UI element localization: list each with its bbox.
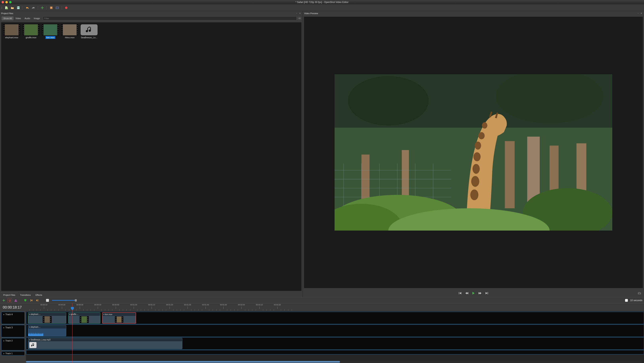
file-item[interactable]: giraffe.mov <box>22 24 40 39</box>
close-window-button[interactable] <box>2 1 4 4</box>
track-lane-2[interactable]: ▾SeaBreeze_Loop.mp3 <box>26 337 644 350</box>
timeline-ruler[interactable]: 00:00:1000:00:2000:00:3000:00:4000:00:50… <box>26 303 644 311</box>
redo-button[interactable] <box>31 6 36 10</box>
video-thumb <box>61 24 78 35</box>
track-lane-1[interactable] <box>26 350 644 354</box>
svg-rect-3 <box>17 8 19 9</box>
file-grid: elephant.movgiraffe.movlion.movrhino.mov… <box>1 22 302 291</box>
clip-giraffe[interactable]: ▾giraffe.... <box>68 312 100 324</box>
track-header-4[interactable]: ▸Track 4 <box>1 312 25 324</box>
svg-rect-5 <box>50 7 52 8</box>
svg-point-22 <box>471 176 479 187</box>
prev-marker-button[interactable] <box>29 298 34 302</box>
snap-button[interactable] <box>8 298 12 302</box>
snapshot-button[interactable] <box>638 292 641 294</box>
track-headers: 00:00:18:17 ▸Track 4 ▸Track 3 ▸Track 2 ▸… <box>0 303 26 363</box>
svg-rect-7 <box>56 7 59 9</box>
close-panel-button[interactable]: ✕ <box>299 12 302 15</box>
rewind-button[interactable] <box>465 292 468 294</box>
tab-transitions[interactable]: Transitions <box>18 293 33 297</box>
svg-point-21 <box>473 164 480 174</box>
clip-lion[interactable]: ▾lion.mov <box>102 312 136 324</box>
video-thumb <box>3 24 20 35</box>
profiles-button[interactable] <box>49 6 54 10</box>
clip-label: elephant.... <box>30 313 40 315</box>
svg-point-24 <box>482 122 488 129</box>
undo-button[interactable] <box>25 6 30 10</box>
track-lane-4[interactable]: ▾elephant.... ▾giraffe.... ▾lion.mov <box>26 312 644 324</box>
fullscreen-button[interactable] <box>55 6 60 10</box>
time-display: 00:00:18:17 <box>0 303 26 311</box>
tab-effects[interactable]: Effects <box>33 293 44 297</box>
file-item[interactable]: rhino.mov <box>61 24 78 39</box>
svg-point-8 <box>65 6 68 9</box>
timeline-scrollbar[interactable] <box>26 360 642 363</box>
playhead[interactable] <box>72 303 72 363</box>
clip-label: SeaBreeze_Loop.mp3 <box>30 339 50 341</box>
video-preview-title: Video Preview <box>304 12 318 14</box>
tab-project-files[interactable]: Project Files <box>1 292 18 297</box>
zoom-handle[interactable] <box>75 299 77 302</box>
file-label: lion.mov <box>46 36 55 39</box>
svg-point-20 <box>474 152 480 161</box>
file-item[interactable]: SeaBreeze_Lo... <box>80 24 98 39</box>
timeline-toolbar: 10 seconds <box>0 298 644 303</box>
playback-controls <box>303 289 644 297</box>
zoom-slider[interactable] <box>52 300 76 301</box>
jump-end-button[interactable] <box>485 292 488 294</box>
minimize-window-button[interactable] <box>6 1 8 4</box>
svg-point-31 <box>639 293 640 294</box>
razor-button[interactable] <box>14 298 18 302</box>
svg-rect-32 <box>638 292 640 292</box>
file-item[interactable]: lion.mov <box>42 24 59 39</box>
add-track-button[interactable] <box>2 298 6 302</box>
svg-point-11 <box>348 76 428 126</box>
filter-audio[interactable]: Audio <box>23 16 32 20</box>
file-label: elephant.mov <box>4 36 19 39</box>
left-tabs: Project Files Transitions Effects <box>0 292 303 297</box>
window-title: * Safari [HD 720p 30 fps] - OpenShot Vid… <box>296 1 348 4</box>
main-toolbar <box>0 4 644 11</box>
center-playhead-button[interactable] <box>46 299 49 302</box>
track-header-2[interactable]: ▸Track 2 <box>1 338 25 350</box>
preview-frame <box>334 74 612 230</box>
svg-point-23 <box>470 190 478 200</box>
filter-video[interactable]: Video <box>14 16 23 20</box>
video-preview-header: Video Preview ▫ ✕ <box>303 11 644 16</box>
tracks-area[interactable]: 00:00:1000:00:2000:00:3000:00:4000:00:50… <box>26 303 644 363</box>
video-thumb <box>22 24 40 35</box>
file-item[interactable]: elephant.mov <box>3 24 20 39</box>
maximize-window-button[interactable] <box>9 1 12 4</box>
open-project-button[interactable] <box>10 6 15 10</box>
clip-label: giraffe.... <box>71 313 78 315</box>
close-preview-button[interactable]: ✕ <box>640 12 643 15</box>
import-files-button[interactable] <box>40 6 45 10</box>
clip-elephant-audio[interactable]: ▾elephant.... <box>28 325 66 336</box>
clear-filter-button[interactable]: ⌫ <box>298 16 301 20</box>
save-project-button[interactable] <box>16 6 21 10</box>
filter-row: Show All Video Audio Image ⌫ <box>0 16 303 21</box>
filter-input[interactable] <box>43 16 297 20</box>
export-button[interactable] <box>64 6 69 10</box>
add-marker-button[interactable] <box>23 298 28 302</box>
track-header-3[interactable]: ▸Track 3 <box>1 325 25 337</box>
next-marker-button[interactable] <box>35 298 40 302</box>
zoom-lock-checkbox[interactable] <box>625 299 628 302</box>
svg-rect-15 <box>505 141 514 208</box>
new-project-button[interactable] <box>4 6 9 10</box>
clip-seabreeze[interactable]: ▾SeaBreeze_Loop.mp3 <box>28 338 182 349</box>
file-label: giraffe.mov <box>25 36 37 39</box>
play-button[interactable] <box>472 292 475 295</box>
clip-elephant[interactable]: ▾elephant.... <box>28 312 66 324</box>
track-header-1[interactable]: ▸Track 1 <box>1 351 25 356</box>
filter-show-all[interactable]: Show All <box>2 16 14 20</box>
jump-start-button[interactable] <box>458 292 462 294</box>
file-label: SeaBreeze_Lo... <box>80 36 98 39</box>
detach-panel-button[interactable]: ▫ <box>295 12 298 15</box>
filter-image[interactable]: Image <box>32 16 42 20</box>
track-lane-3[interactable]: ▾elephant.... <box>26 324 644 337</box>
audio-thumb <box>80 24 98 35</box>
fast-forward-button[interactable] <box>478 292 482 294</box>
scrollbar-thumb[interactable] <box>26 361 340 362</box>
detach-preview-button[interactable]: ▫ <box>636 12 640 15</box>
